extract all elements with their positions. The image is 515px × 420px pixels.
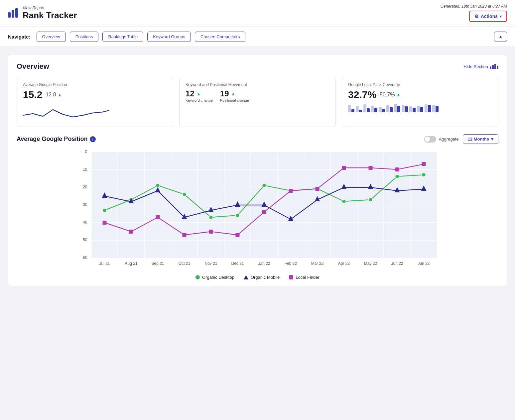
- actions-button[interactable]: ⚙ Actions ▾: [469, 11, 507, 22]
- hide-section-button[interactable]: Hide Section: [463, 64, 498, 69]
- generated-text: Generated: 18th Jan 2023 at 8:27 AM: [441, 4, 507, 9]
- svg-text:50: 50: [83, 238, 87, 242]
- arrow-up-icon: ▲: [58, 92, 62, 97]
- legend-triangle-mobile: [244, 275, 248, 279]
- svg-point-47: [236, 213, 240, 217]
- svg-text:60: 60: [83, 255, 87, 260]
- svg-text:Nov 21: Nov 21: [204, 261, 217, 266]
- metric-positional-change: 19 ▲ Positional change: [220, 89, 249, 102]
- legend-organic-desktop: Organic Desktop: [195, 275, 234, 280]
- metric-keyword-change: 12 ▲ Keyword change: [186, 89, 213, 102]
- nav-overview[interactable]: Overview: [37, 32, 66, 42]
- nav-keyword-groups[interactable]: Keyword Groups: [147, 32, 191, 42]
- hide-section-label: Hide Section: [463, 64, 488, 69]
- nav-chosen-competitors[interactable]: Chosen Competitors: [195, 32, 246, 42]
- header-title-block: View Report: Rank Tracker: [23, 6, 77, 21]
- svg-text:Jun 22: Jun 22: [418, 261, 430, 266]
- local-pack-arrow-up: ▲: [396, 92, 401, 97]
- svg-point-54: [422, 173, 426, 177]
- svg-text:Feb 22: Feb 22: [285, 261, 297, 266]
- svg-point-53: [395, 174, 399, 178]
- gear-icon: ⚙: [474, 14, 479, 19]
- svg-point-48: [262, 183, 266, 187]
- sparkline: [23, 104, 167, 121]
- svg-text:Jul 21: Jul 21: [99, 261, 110, 266]
- nav-positions[interactable]: Positions: [70, 32, 99, 42]
- legend-label-desktop: Organic Desktop: [202, 275, 234, 280]
- svg-rect-79: [395, 167, 399, 171]
- overview-section: Overview Hide Section Average Google Pos…: [8, 55, 507, 286]
- metric-local-pack-label: Google Local Pack Coverage: [348, 82, 492, 87]
- months-chevron: ▾: [491, 137, 493, 142]
- svg-text:Mar 22: Mar 22: [311, 261, 324, 266]
- svg-text:Dec 21: Dec 21: [231, 261, 244, 266]
- svg-text:Aug 21: Aug 21: [125, 261, 137, 266]
- metric-local-pack-prev: 50.7% ▲: [380, 92, 401, 98]
- svg-text:20: 20: [83, 185, 87, 189]
- chart-title-row: Average Google Position i Aggregate 12 M…: [17, 134, 498, 144]
- svg-text:Oct 21: Oct 21: [179, 261, 191, 266]
- nav-rankings-table[interactable]: Rankings Table: [102, 32, 143, 42]
- legend-label-mobile: Organic Mobile: [251, 275, 280, 280]
- metric-keyword-movement: Keyword and Positional Movement 12 ▲ Key…: [179, 77, 336, 127]
- svg-rect-80: [422, 162, 426, 166]
- bar-chart-icon: [490, 64, 498, 69]
- info-icon[interactable]: i: [90, 136, 96, 142]
- chart-legend: Organic Desktop Organic Mobile Local Fin…: [17, 275, 498, 280]
- metrics-row: Average Google Position 15.2 12.8 ▲ Keyw…: [17, 77, 498, 127]
- months-button[interactable]: 12 Months ▾: [463, 134, 498, 144]
- aggregate-label: Aggregate: [439, 137, 459, 142]
- legend-square-local: [289, 275, 293, 279]
- svg-point-45: [183, 192, 187, 196]
- svg-point-42: [103, 208, 107, 212]
- chart-controls: Aggregate 12 Months ▾: [424, 134, 498, 144]
- main-chart-svg: 0 10 20 30 40 50 60 Jul 21 Aug 21 Sep 21…: [17, 149, 498, 271]
- header: View Report: Rank Tracker Generated: 18t…: [0, 0, 515, 26]
- svg-rect-73: [236, 233, 240, 237]
- chart-wrap: 0 10 20 30 40 50 60 Jul 21 Aug 21 Sep 21…: [17, 149, 498, 271]
- svg-rect-72: [209, 230, 213, 234]
- logo-icon: [8, 8, 18, 18]
- svg-point-46: [209, 215, 213, 219]
- svg-text:Sep 21: Sep 21: [151, 261, 164, 266]
- svg-rect-71: [183, 233, 187, 237]
- metric-local-pack: Google Local Pack Coverage 32.7% 50.7% ▲: [342, 77, 498, 127]
- svg-rect-76: [316, 187, 320, 191]
- svg-text:40: 40: [83, 220, 87, 225]
- svg-rect-69: [129, 230, 133, 234]
- svg-text:Jun 22: Jun 22: [391, 261, 403, 266]
- legend-dot-desktop: [195, 275, 200, 279]
- svg-text:May 22: May 22: [364, 261, 377, 266]
- pack-bars: [348, 104, 492, 112]
- legend-organic-mobile: Organic Mobile: [244, 275, 280, 280]
- metric-avg-position-prev: 12.8 ▲: [46, 92, 62, 98]
- metric-keyword-sub: 12 ▲ Keyword change 19 ▲ Positional chan…: [186, 89, 329, 102]
- metric-avg-position-value: 15.2 12.8 ▲: [23, 89, 167, 100]
- metric-avg-position: Average Google Position 15.2 12.8 ▲: [17, 77, 173, 127]
- svg-text:Apr 22: Apr 22: [338, 261, 350, 266]
- toggle-thumb: [425, 137, 430, 142]
- main-content: Overview Hide Section Average Google Pos…: [0, 47, 515, 301]
- chevron-down-icon: ▾: [500, 14, 502, 19]
- svg-rect-70: [156, 215, 160, 219]
- chart-section: Average Google Position i Aggregate 12 M…: [17, 134, 498, 280]
- svg-rect-75: [289, 189, 293, 193]
- toggle-track[interactable]: [424, 136, 436, 143]
- aggregate-toggle: Aggregate: [424, 136, 459, 143]
- positional-change-label: Positional change: [220, 98, 249, 102]
- svg-text:Jan 22: Jan 22: [258, 261, 270, 266]
- svg-point-44: [156, 183, 160, 187]
- svg-point-51: [342, 199, 346, 203]
- nav-collapse-button[interactable]: ▲: [494, 32, 507, 42]
- svg-rect-77: [342, 166, 346, 170]
- nav-label: Navigate:: [8, 34, 31, 40]
- nav-bar: Navigate: Overview Positions Rankings Ta…: [0, 27, 515, 47]
- svg-text:0: 0: [85, 150, 87, 154]
- actions-label: Actions: [481, 14, 498, 19]
- svg-rect-68: [103, 221, 107, 225]
- chart-title: Average Google Position i: [17, 136, 96, 143]
- keyword-change-label: Keyword change: [186, 98, 213, 102]
- section-title: Overview: [17, 62, 49, 71]
- section-header: Overview Hide Section: [17, 62, 498, 71]
- metric-avg-position-label: Average Google Position: [23, 82, 167, 87]
